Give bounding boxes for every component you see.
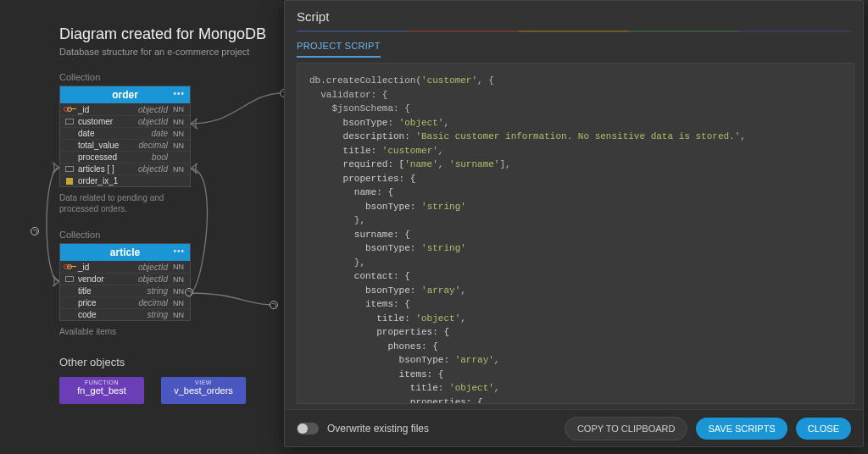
field-row[interactable]: articles [ ]objectIdNN xyxy=(60,163,190,174)
field-nn: NN xyxy=(173,263,186,271)
field-nn: NN xyxy=(173,165,186,174)
field-row[interactable]: titlestringNN xyxy=(60,285,190,296)
object-kind: VIEW xyxy=(161,379,246,385)
object-fn_get_best[interactable]: FUNCTIONfn_get_best xyxy=(59,377,144,404)
field-type: objectId xyxy=(131,263,170,272)
field-type: objectId xyxy=(131,164,170,174)
field-row[interactable]: processedbool xyxy=(60,151,190,163)
diagram-panel: Diagram created for MongoDB Database str… xyxy=(0,0,288,454)
collection-label: Collection xyxy=(59,230,288,240)
ref-icon xyxy=(64,119,75,125)
ref-icon xyxy=(64,166,75,172)
index-icon xyxy=(64,178,75,185)
field-name: _id xyxy=(78,263,129,272)
field-name: vendor xyxy=(78,274,129,284)
entity-note: Data related to pending and processed or… xyxy=(59,192,191,214)
script-code[interactable]: db.createCollection('customer', { valida… xyxy=(297,63,854,404)
field-nn: NN xyxy=(173,275,186,284)
other-objects-heading: Other objects xyxy=(59,356,288,368)
field-type: objectId xyxy=(131,117,170,126)
overwrite-toggle[interactable] xyxy=(297,423,319,435)
field-row[interactable]: vendorobjectIdNN xyxy=(60,273,190,285)
port-icon xyxy=(31,227,39,235)
field-nn: NN xyxy=(173,299,186,307)
index-row[interactable]: order_ix_1 xyxy=(60,174,190,186)
key-icon xyxy=(64,108,75,111)
field-nn: NN xyxy=(173,130,186,138)
field-row[interactable]: _idobjectIdNN xyxy=(60,103,190,115)
field-type: string xyxy=(131,310,170,319)
port-icon xyxy=(270,301,278,309)
field-row[interactable]: customerobjectIdNN xyxy=(60,115,190,127)
ref-icon xyxy=(64,276,75,282)
field-type: decimal xyxy=(131,298,170,307)
field-type: bool xyxy=(131,152,170,162)
page-title: Diagram created for MongoDB xyxy=(59,25,288,43)
field-type: decimal xyxy=(131,141,170,150)
field-name: processed xyxy=(78,152,129,162)
field-name: total_value xyxy=(78,141,129,150)
field-row[interactable]: _idobjectIdNN xyxy=(60,261,190,273)
page-subtitle: Database structure for an e-commerce pro… xyxy=(59,47,288,57)
entity-order[interactable]: order•••_idobjectIdNNcustomerobjectIdNNd… xyxy=(59,86,191,187)
field-nn: NN xyxy=(173,105,186,114)
index-name: order_ix_1 xyxy=(78,176,186,185)
field-nn: NN xyxy=(173,118,186,126)
entity-menu-icon[interactable]: ••• xyxy=(173,246,185,256)
entity-note: Available items xyxy=(59,326,191,337)
overwrite-label: Overwrite existing files xyxy=(327,423,429,435)
key-icon xyxy=(64,265,75,269)
copy-to-clipboard-button[interactable]: COPY TO CLIPBOARD xyxy=(565,417,688,440)
field-name: articles [ ] xyxy=(78,164,129,174)
object-v_best_orders[interactable]: VIEWv_best_orders xyxy=(161,377,246,404)
script-modal: Script PROJECT SCRIPT db.createCollectio… xyxy=(284,0,864,447)
entity-header[interactable]: order••• xyxy=(60,86,190,103)
field-name: _id xyxy=(78,105,129,114)
port-icon xyxy=(185,288,193,296)
close-button[interactable]: CLOSE xyxy=(796,418,851,440)
object-kind: FUNCTION xyxy=(59,379,144,385)
entity-article[interactable]: article•••_idobjectIdNNvendorobjectIdNNt… xyxy=(59,243,191,321)
object-name: v_best_orders xyxy=(161,385,246,396)
modal-title: Script xyxy=(285,1,863,30)
field-row[interactable]: codestringNN xyxy=(60,308,190,320)
field-name: date xyxy=(78,129,129,138)
save-scripts-button[interactable]: SAVE SCRIPTS xyxy=(696,418,787,440)
field-row[interactable]: pricedecimalNN xyxy=(60,296,190,308)
collection-label: Collection xyxy=(59,72,288,82)
field-name: code xyxy=(78,310,129,319)
entity-header[interactable]: article••• xyxy=(60,244,190,261)
field-name: title xyxy=(78,286,129,296)
field-type: date xyxy=(131,129,170,138)
field-nn: NN xyxy=(173,311,186,319)
accent-bar xyxy=(297,30,851,32)
entity-menu-icon[interactable]: ••• xyxy=(173,89,185,98)
field-name: price xyxy=(78,298,129,307)
field-type: objectId xyxy=(131,274,170,284)
object-name: fn_get_best xyxy=(59,385,144,396)
field-row[interactable]: total_valuedecimalNN xyxy=(60,139,190,151)
tab-project-script[interactable]: PROJECT SCRIPT xyxy=(297,36,381,58)
field-type: objectId xyxy=(131,105,170,114)
field-row[interactable]: datedateNN xyxy=(60,127,190,139)
page-title-block: Diagram created for MongoDB Database str… xyxy=(59,25,288,57)
field-name: customer xyxy=(78,117,129,126)
field-type: string xyxy=(131,286,170,296)
field-nn: NN xyxy=(173,141,186,150)
